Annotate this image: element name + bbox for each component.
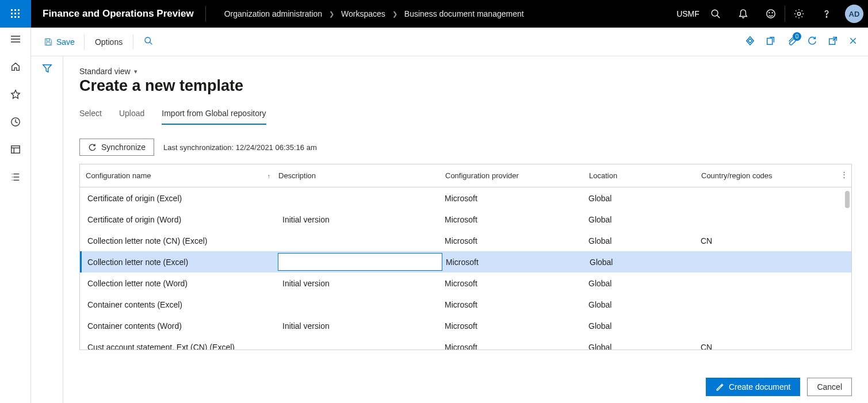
- svg-line-10: [717, 16, 720, 18]
- diamond-icon[interactable]: [745, 36, 755, 48]
- cell-provider: Microsoft: [445, 343, 588, 350]
- help-button[interactable]: [813, 0, 840, 28]
- favorites-icon[interactable]: [9, 87, 22, 101]
- svg-rect-2: [18, 9, 20, 11]
- cell-name: Certificate of origin (Excel): [82, 194, 280, 203]
- notifications-button[interactable]: [729, 0, 757, 28]
- svg-rect-8: [18, 16, 20, 18]
- svg-rect-3: [11, 13, 13, 14]
- cell-name: Collection letter note (Word): [82, 279, 280, 288]
- grid-overflow-button[interactable]: ⋮: [840, 170, 848, 179]
- breadcrumb-item[interactable]: Business document management: [404, 9, 524, 18]
- tab-bar: Select Upload Import from Global reposit…: [79, 109, 852, 125]
- settings-button[interactable]: [785, 0, 813, 28]
- page-title: Create a new template: [79, 77, 852, 95]
- view-selector[interactable]: Standard view ▾: [79, 67, 852, 76]
- cell-location: Global: [588, 279, 701, 288]
- feedback-button[interactable]: [757, 0, 785, 28]
- nav-rail: [0, 28, 31, 403]
- table-row[interactable]: Certificate of origin (Excel)MicrosoftGl…: [80, 187, 851, 209]
- app-launcher[interactable]: [0, 0, 31, 28]
- chevron-right-icon: ❯: [392, 10, 397, 18]
- column-header-description[interactable]: Description: [278, 171, 445, 180]
- nav-expand-button[interactable]: [9, 32, 22, 46]
- cell-location: Global: [588, 194, 701, 203]
- cell-name: Collection letter note (CN) (Excel): [82, 236, 280, 245]
- table-row[interactable]: Cust account statement, Ext (CN) (Excel)…: [80, 336, 851, 350]
- search-button[interactable]: [702, 0, 729, 28]
- cell-location: Global: [588, 215, 701, 224]
- user-avatar[interactable]: AD: [840, 0, 868, 28]
- sort-asc-icon: ↑: [267, 172, 279, 179]
- refresh-icon[interactable]: [807, 36, 817, 48]
- create-document-label: Create document: [729, 382, 790, 392]
- svg-rect-29: [47, 39, 50, 41]
- synchronize-label: Synchronize: [101, 143, 146, 152]
- cell-provider: Microsoft: [445, 236, 588, 245]
- column-header-codes[interactable]: Country/region codes: [701, 171, 840, 180]
- cell-provider: Microsoft: [445, 215, 588, 224]
- table-row[interactable]: Container contents (Excel)MicrosoftGloba…: [80, 294, 851, 315]
- column-header-location[interactable]: Location: [589, 171, 701, 180]
- home-icon[interactable]: [9, 60, 22, 74]
- breadcrumb-item[interactable]: Workspaces: [341, 9, 385, 18]
- svg-rect-7: [14, 16, 16, 18]
- tab-import[interactable]: Import from Global repository: [162, 109, 266, 125]
- table-row[interactable]: Certificate of origin (Word)Initial vers…: [80, 209, 851, 230]
- create-document-button[interactable]: Create document: [706, 378, 800, 396]
- column-label: Configuration name: [86, 171, 151, 180]
- action-bar: Save Options 0: [31, 28, 868, 56]
- tab-select[interactable]: Select: [79, 109, 102, 125]
- modules-icon[interactable]: [9, 170, 22, 184]
- search-action-button[interactable]: [137, 36, 160, 47]
- company-picker[interactable]: USMF: [674, 0, 702, 28]
- cell-description: Initial version: [280, 321, 445, 331]
- column-header-provider[interactable]: Configuration provider: [445, 171, 589, 180]
- table-row[interactable]: Collection letter note (Excel)MicrosoftG…: [80, 251, 851, 272]
- cell-codes: CN: [701, 343, 840, 350]
- cell-provider: Microsoft: [445, 321, 588, 331]
- attachments-count: 0: [793, 32, 801, 41]
- grid-header: Configuration name ↑ Description Configu…: [80, 164, 851, 187]
- breadcrumb-item[interactable]: Organization administration: [224, 9, 322, 18]
- app-header: Finance and Operations Preview Organizat…: [0, 0, 868, 28]
- cell-codes: CN: [701, 236, 840, 245]
- cell-location: Global: [590, 258, 702, 267]
- svg-rect-5: [18, 13, 20, 14]
- save-button[interactable]: Save: [38, 37, 81, 47]
- popout-icon[interactable]: [828, 36, 838, 48]
- options-button[interactable]: Options: [88, 37, 129, 47]
- cell-description[interactable]: [278, 253, 442, 271]
- close-icon[interactable]: [848, 36, 858, 47]
- cell-location: Global: [588, 236, 701, 245]
- tab-upload[interactable]: Upload: [119, 109, 144, 125]
- synchronize-button[interactable]: Synchronize: [79, 139, 154, 156]
- cell-provider: Microsoft: [445, 194, 588, 203]
- cancel-button[interactable]: Cancel: [807, 378, 852, 396]
- table-row[interactable]: Collection letter note (Word)Initial ver…: [80, 272, 851, 294]
- app-title: Finance and Operations Preview: [31, 8, 205, 20]
- cell-location: Global: [588, 300, 701, 309]
- cell-name: Certificate of origin (Word): [82, 215, 280, 224]
- avatar-initials: AD: [845, 5, 863, 23]
- table-row[interactable]: Container contents (Word)Initial version…: [80, 315, 851, 336]
- workspaces-icon[interactable]: [9, 143, 22, 156]
- svg-rect-1: [14, 9, 16, 11]
- svg-rect-4: [14, 13, 16, 14]
- table-row[interactable]: Collection letter note (CN) (Excel)Micro…: [80, 230, 851, 251]
- save-label: Save: [56, 37, 75, 47]
- scrollbar-thumb[interactable]: [845, 191, 850, 208]
- svg-rect-20: [11, 146, 19, 153]
- cell-provider: Microsoft: [445, 279, 588, 288]
- attachments-button[interactable]: 0: [786, 36, 797, 48]
- svg-rect-33: [767, 39, 773, 45]
- svg-line-32: [150, 42, 152, 44]
- recent-icon[interactable]: [9, 115, 22, 129]
- filter-pane-toggle[interactable]: [31, 56, 63, 403]
- column-header-name[interactable]: Configuration name ↑: [80, 171, 278, 180]
- open-external-icon[interactable]: [766, 36, 776, 48]
- svg-point-31: [145, 37, 151, 43]
- chevron-down-icon: ▾: [134, 68, 137, 75]
- svg-point-13: [772, 13, 773, 13]
- cell-name: Container contents (Word): [82, 321, 280, 331]
